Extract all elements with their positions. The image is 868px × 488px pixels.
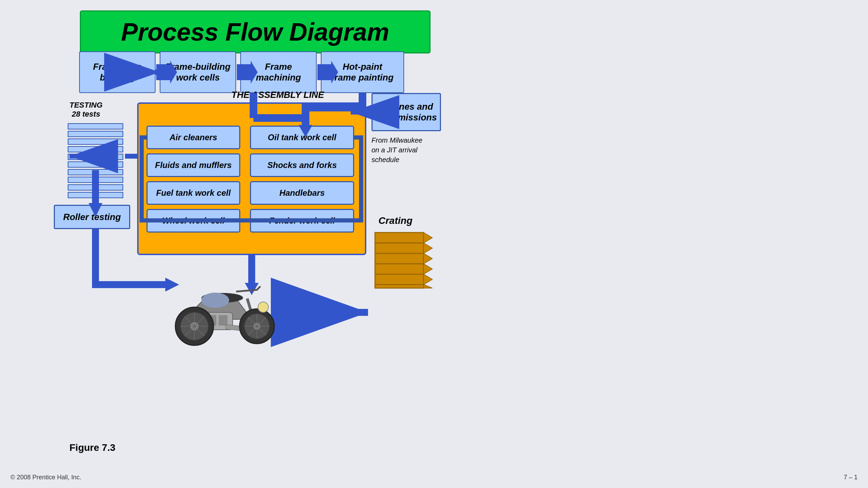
title-bar: Process Flow Diagram: [80, 10, 431, 53]
work-cell-air-cleaners: Air cleaners: [147, 126, 240, 149]
flow-step-frame-building: Frame-building work cells: [160, 51, 236, 93]
crating-graphic: [368, 226, 437, 295]
svg-point-36: [258, 302, 268, 312]
flow-step-frame-machining: Frame machining: [240, 51, 317, 93]
page-title: Process Flow Diagram: [88, 18, 423, 46]
work-cell-handlebars: Handlebars: [250, 181, 354, 205]
work-cell-fluids-mufflers: Fluids and mufflers: [147, 153, 240, 177]
svg-rect-20: [219, 315, 227, 326]
motorcycle-illustration: [156, 271, 278, 357]
testing-label: TESTING 28 tests: [69, 101, 102, 119]
figure-label: Figure 7.3: [69, 442, 115, 453]
engines-transmissions-box: Engines and transmissions: [372, 93, 441, 131]
work-cell-fuel-tank: Fuel tank work cell: [147, 181, 240, 205]
work-cell-shocks-forks: Shocks and forks: [250, 153, 354, 177]
crating-label: Crating: [378, 215, 412, 226]
from-milwaukee-text: From Milwaukee on a JIT arrival schedule: [372, 135, 423, 165]
testing-stack: [68, 123, 123, 200]
assembly-line-label: THE ASSEMBLY LINE: [174, 90, 382, 100]
work-cell-oil-tank: Oil tank work cell: [250, 126, 354, 149]
roller-testing-box: Roller testing: [54, 205, 130, 229]
footer-page-number: 7 – 1: [844, 474, 858, 481]
flow-step-hot-paint: Hot-paint frame painting: [321, 51, 404, 93]
svg-rect-0: [375, 233, 424, 288]
svg-marker-6: [424, 233, 432, 288]
work-cell-wheel: Wheel work cell: [147, 209, 240, 233]
svg-point-17: [201, 293, 229, 308]
work-cell-fender: Fender work cell: [250, 209, 354, 233]
flow-step-frame-tube: Frame tube bending: [79, 51, 156, 93]
footer-copyright: © 2008 Prentice Hall, Inc.: [10, 474, 81, 481]
